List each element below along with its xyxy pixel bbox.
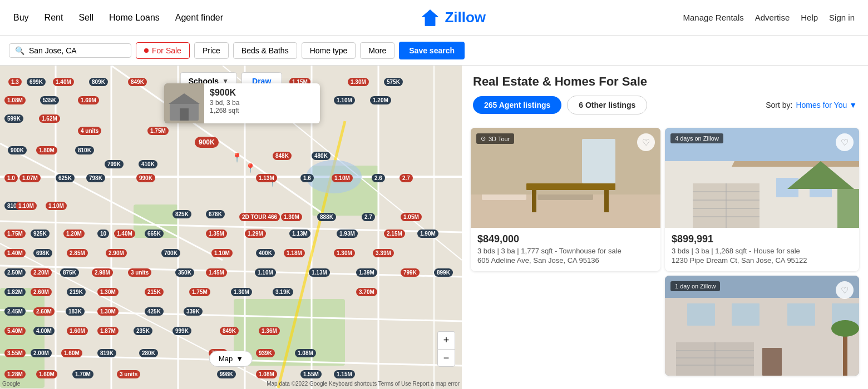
price-marker[interactable]: 799K [105, 160, 124, 168]
price-marker[interactable]: 1.93M [337, 230, 358, 238]
price-marker[interactable]: 1.35M [206, 230, 227, 238]
zoom-out-button[interactable]: − [437, 349, 455, 367]
price-marker[interactable]: 700K [161, 249, 180, 257]
price-marker[interactable]: 888K [317, 213, 336, 221]
price-marker[interactable]: 849K [220, 327, 239, 335]
nav-sell[interactable]: Sell [78, 13, 93, 23]
more-filter[interactable]: More [360, 42, 394, 59]
nav-rent[interactable]: Rent [45, 13, 63, 23]
price-marker[interactable]: 1.28M [4, 370, 26, 378]
nav-agent-finder[interactable]: Agent finder [175, 13, 223, 23]
price-marker[interactable]: 1.10M [255, 268, 276, 277]
price-marker[interactable]: 2.45M [4, 307, 26, 316]
price-filter[interactable]: Price [194, 42, 229, 59]
price-marker[interactable]: 809K [89, 78, 108, 86]
price-marker[interactable]: 1.13M [256, 174, 277, 182]
price-marker[interactable]: 810K [75, 146, 94, 154]
price-marker[interactable]: 1.08M [295, 349, 316, 357]
nav-home-loans[interactable]: Home Loans [109, 13, 160, 23]
search-input-wrap[interactable]: 🔍 [9, 43, 131, 58]
price-marker[interactable]: 1.20M [63, 230, 85, 238]
price-marker[interactable]: 998K [217, 370, 236, 378]
map-pin[interactable]: 📍 [231, 152, 243, 163]
price-marker[interactable]: 1.18M [284, 249, 305, 257]
price-marker[interactable]: 535K [40, 96, 59, 104]
price-marker[interactable]: 599K [4, 114, 23, 123]
price-marker[interactable]: 819K [97, 349, 116, 357]
nav-buy[interactable]: Buy [13, 13, 29, 23]
price-marker[interactable]: 410K [139, 160, 157, 168]
price-marker[interactable]: 339K [184, 307, 203, 316]
price-marker[interactable]: 1.30M [281, 213, 302, 221]
price-marker[interactable]: 925K [31, 230, 50, 238]
price-marker[interactable]: 625K [56, 174, 75, 182]
price-marker[interactable]: 1.60M [67, 327, 88, 335]
price-marker[interactable]: 1.10M [334, 96, 355, 104]
price-marker[interactable]: 2.6 [372, 174, 385, 182]
other-listings-tab[interactable]: 6 Other listings [567, 96, 647, 114]
search-input[interactable] [29, 46, 125, 55]
price-marker[interactable]: 3.19K [273, 288, 293, 296]
price-marker[interactable]: 2.50M [4, 268, 26, 277]
price-marker[interactable]: 1.90M [417, 230, 438, 238]
price-marker[interactable]: 1.75M [189, 288, 210, 296]
price-marker[interactable]: 2.7 [362, 213, 375, 221]
price-marker[interactable]: 2.7 [400, 174, 413, 182]
price-marker[interactable]: 1.29M [245, 230, 266, 238]
price-marker[interactable]: 875K [60, 268, 79, 277]
beds-baths-filter[interactable]: Beds & Baths [233, 42, 297, 59]
price-marker[interactable]: 2.00M [31, 349, 52, 357]
nav-advertise[interactable]: Advertise [755, 13, 790, 22]
price-marker[interactable]: 219K [67, 288, 86, 296]
price-marker[interactable]: 990K [136, 174, 155, 182]
price-marker[interactable]: 665K [145, 230, 164, 238]
price-marker[interactable]: 1.30M [348, 78, 369, 86]
price-marker[interactable]: 899K [434, 268, 453, 277]
agent-listings-tab[interactable]: 265 Agent listings [473, 96, 561, 114]
price-marker[interactable]: 4 units [78, 127, 101, 135]
price-marker[interactable]: 2.85M [67, 249, 88, 257]
price-marker[interactable]: 698K [33, 249, 52, 257]
price-marker[interactable]: 848K [273, 152, 292, 160]
price-marker[interactable]: 900K [8, 146, 27, 154]
price-marker[interactable]: 1.10M [332, 174, 353, 182]
price-marker[interactable]: 678K [206, 210, 225, 218]
price-marker[interactable]: 2D TOUR 466 [239, 213, 280, 221]
map-type-button[interactable]: Map ▼ [209, 351, 253, 367]
price-marker[interactable]: 1.10M [211, 249, 233, 257]
price-marker[interactable]: 280K [139, 349, 158, 357]
price-marker[interactable]: 400K [256, 249, 275, 257]
price-marker[interactable]: 3.39M [373, 249, 394, 257]
price-marker[interactable]: 1.10M [46, 202, 67, 210]
price-marker-selected[interactable]: 900K [195, 137, 219, 148]
price-marker[interactable]: 425K [145, 307, 164, 316]
price-marker[interactable]: 1.20M [370, 96, 391, 104]
price-marker[interactable]: 1.87M [97, 327, 119, 335]
zoom-in-button[interactable]: + [437, 331, 455, 349]
listing-card-3[interactable]: 1 day on Zillow ♡ [665, 276, 859, 376]
price-marker[interactable]: 1.10M [16, 202, 37, 210]
price-marker[interactable]: 849K [128, 78, 147, 86]
price-marker[interactable]: 1.69M [78, 96, 99, 104]
price-marker[interactable]: 1.40M [53, 78, 74, 86]
price-marker[interactable]: 1.05M [401, 213, 422, 221]
price-marker[interactable]: 235K [134, 327, 152, 335]
listing-card-2[interactable]: 4 days on Zillow ♡ $899,991 3 bds | 3 ba… [665, 128, 859, 271]
price-marker[interactable]: 1.30M [97, 288, 119, 296]
price-marker[interactable]: 183K [66, 307, 85, 316]
price-marker[interactable]: 1.30M [334, 249, 355, 257]
price-marker[interactable]: 1.40M [4, 249, 26, 257]
price-marker[interactable]: 2.60M [31, 288, 52, 296]
price-marker[interactable]: 2.15M [384, 230, 405, 238]
price-marker[interactable]: 939K [256, 349, 275, 357]
nav-sign-in[interactable]: Sign in [829, 13, 855, 22]
price-marker[interactable]: 1.75M [4, 230, 26, 238]
price-marker[interactable]: 798K [86, 174, 105, 182]
price-marker[interactable]: 1.40M [114, 230, 135, 238]
price-marker[interactable]: 1.6 [300, 174, 314, 182]
listing-card[interactable]: ⊙ 3D Tour ♡ $849,000 3 bds | 3 ba | 1,77… [471, 128, 660, 271]
price-marker[interactable]: 3 units [117, 370, 140, 378]
price-marker[interactable]: 1.08M [256, 370, 277, 378]
price-marker[interactable]: 1.39M [356, 268, 377, 277]
price-marker[interactable]: 799K [401, 268, 420, 277]
